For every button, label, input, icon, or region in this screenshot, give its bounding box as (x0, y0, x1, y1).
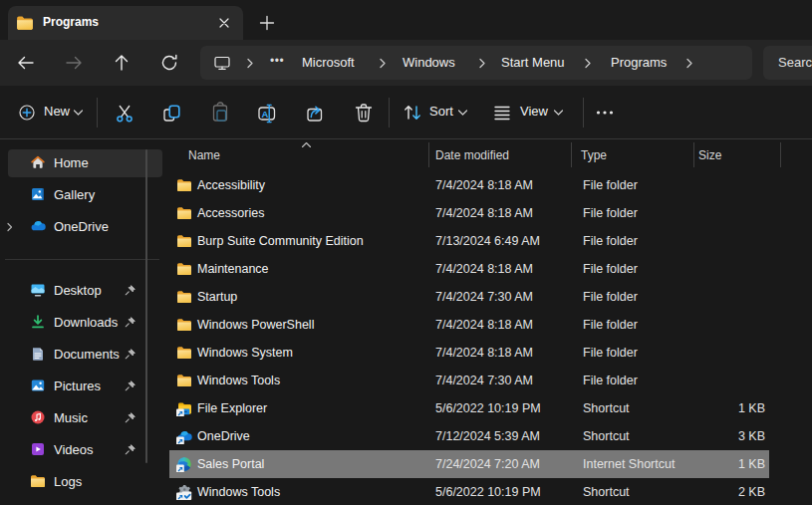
svg-text:A: A (262, 109, 269, 120)
